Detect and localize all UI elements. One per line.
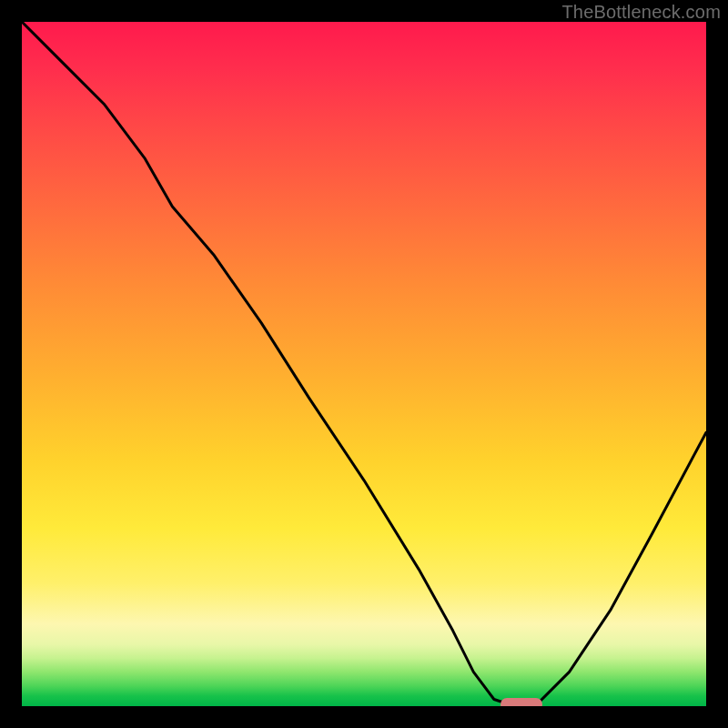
chart-frame: TheBottleneck.com [0,0,728,728]
watermark-text: TheBottleneck.com [561,2,721,23]
optimum-marker [500,698,541,706]
plot-area [22,22,706,706]
bottleneck-curve [22,22,706,706]
